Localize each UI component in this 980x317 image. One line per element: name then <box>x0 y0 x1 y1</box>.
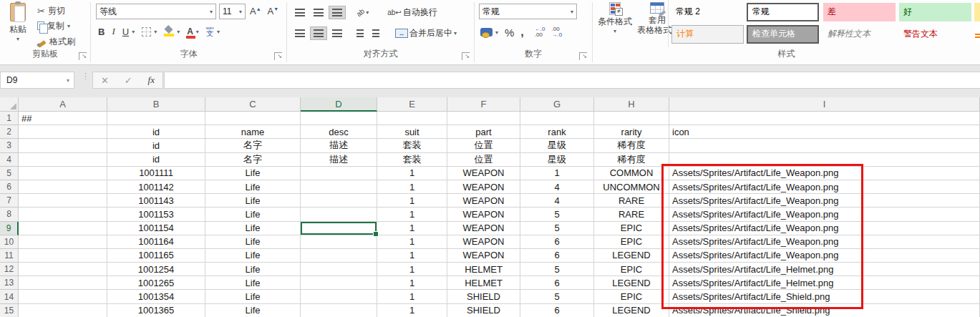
row-header-12[interactable]: 12 <box>0 263 19 276</box>
row-header-14[interactable]: 14 <box>0 290 19 303</box>
cell-B6[interactable]: 1001142 <box>107 180 205 194</box>
cell-G11[interactable]: 6 <box>520 249 594 263</box>
cell-D7[interactable] <box>301 194 377 208</box>
row-header-8[interactable]: 8 <box>0 208 19 221</box>
column-header-G[interactable]: G <box>520 97 594 112</box>
row-header-1[interactable]: 1 <box>0 112 19 125</box>
cell-H1[interactable] <box>594 112 669 125</box>
cell-A3[interactable] <box>19 139 107 152</box>
cell-D14[interactable] <box>301 290 377 303</box>
cell-C10[interactable]: Life <box>205 235 301 249</box>
cell-C3[interactable]: 名字 <box>205 139 301 152</box>
comma-style-button[interactable]: , <box>520 26 523 39</box>
cell-E2[interactable]: suit <box>377 125 447 139</box>
cell-A1[interactable]: ## <box>19 112 107 125</box>
cell-C5[interactable]: Life <box>205 167 301 180</box>
cell-E6[interactable]: 1 <box>377 180 447 194</box>
cell-A5[interactable] <box>19 167 107 180</box>
cell-F14[interactable]: SHIELD <box>447 290 520 303</box>
cell-A15[interactable] <box>19 304 107 317</box>
cell-D6[interactable] <box>301 180 377 194</box>
accounting-dropdown[interactable]: ▾ <box>495 29 498 36</box>
cell-E7[interactable]: 1 <box>377 194 447 208</box>
row-header-3[interactable]: 3 <box>0 139 19 152</box>
cell-D1[interactable] <box>301 112 377 125</box>
insert-function-button[interactable]: fx <box>148 74 155 86</box>
cell-G8[interactable]: 5 <box>520 208 594 221</box>
cell-G14[interactable]: 5 <box>520 290 594 303</box>
conditional-formatting-button[interactable]: 条件格式 ▾ <box>596 2 634 36</box>
row-header-4[interactable]: 4 <box>0 153 19 167</box>
font-name-combobox[interactable]: 等线 ▾ <box>96 4 216 19</box>
cell-E3[interactable]: 套装 <box>377 139 447 152</box>
row-header-15[interactable]: 15 <box>0 304 19 317</box>
cell-style-neutral-partial[interactable] <box>974 3 980 21</box>
cut-button[interactable]: ✂ 剪切 <box>37 4 65 17</box>
borders-dropdown[interactable]: ▾ <box>154 29 157 35</box>
cell-A8[interactable] <box>19 208 107 221</box>
cell-A4[interactable] <box>19 153 107 167</box>
cell-H3[interactable]: 稀有度 <box>594 139 669 152</box>
cell-H12[interactable]: EPIC <box>594 263 669 276</box>
column-header-F[interactable]: F <box>447 97 520 112</box>
cell-E12[interactable]: 1 <box>377 263 447 276</box>
decrease-indent-button[interactable] <box>353 26 367 40</box>
increase-decimal-button[interactable]: ←.0 .00 <box>535 26 545 38</box>
cell-G12[interactable]: 5 <box>520 263 594 276</box>
clipboard-dialog-launcher[interactable]: ↘ <box>79 52 87 60</box>
cell-E10[interactable]: 1 <box>377 235 447 249</box>
cell-A9[interactable] <box>19 222 107 235</box>
cell-C14[interactable]: Life <box>205 290 301 303</box>
cell-B13[interactable]: 1001265 <box>107 276 205 290</box>
cell-H11[interactable]: LEGEND <box>594 249 669 263</box>
cell-A2[interactable] <box>19 125 107 139</box>
row-header-11[interactable]: 11 <box>0 249 19 263</box>
row-header-10[interactable]: 10 <box>0 235 19 249</box>
row-header-7[interactable]: 7 <box>0 194 19 208</box>
phonetic-guide-button[interactable]: wén 文 <box>206 26 214 37</box>
align-top-button[interactable] <box>291 6 309 19</box>
cell-G2[interactable]: rank <box>520 125 594 139</box>
cell-B4[interactable]: id <box>107 153 205 167</box>
cell-H5[interactable]: COMMON <box>594 167 669 180</box>
cell-E13[interactable]: 1 <box>377 276 447 290</box>
select-all-corner[interactable] <box>0 97 19 112</box>
cell-F7[interactable]: WEAPON <box>447 194 520 208</box>
cell-H9[interactable]: EPIC <box>594 222 669 235</box>
fill-color-button[interactable] <box>164 26 174 36</box>
align-right-button[interactable] <box>329 26 346 40</box>
cell-F2[interactable]: part <box>447 125 520 139</box>
increase-font-size-button[interactable]: A▲ <box>250 6 261 16</box>
row-header-13[interactable]: 13 <box>0 276 19 290</box>
cell-B15[interactable]: 1001365 <box>107 304 205 317</box>
cell-A14[interactable] <box>19 290 107 303</box>
column-header-H[interactable]: H <box>594 97 669 112</box>
alignment-dialog-launcher[interactable]: ↘ <box>462 52 470 60</box>
cell-D2[interactable]: desc <box>301 125 377 139</box>
cell-G9[interactable]: 5 <box>520 222 594 235</box>
increase-indent-button[interactable] <box>369 26 383 40</box>
fill-color-dropdown[interactable]: ▾ <box>177 29 180 35</box>
cell-H2[interactable]: rarity <box>594 125 669 139</box>
cell-I2[interactable]: icon <box>669 125 980 139</box>
cell-G7[interactable]: 4 <box>520 194 594 208</box>
cell-style-linked-partial[interactable] <box>974 25 980 44</box>
cell-G5[interactable]: 1 <box>520 167 594 180</box>
cell-E1[interactable] <box>377 112 447 125</box>
paste-button[interactable]: 粘贴 ▾ <box>4 3 32 47</box>
cell-C4[interactable]: 名字 <box>205 153 301 167</box>
align-center-button[interactable] <box>310 26 327 40</box>
wrap-text-button[interactable]: ab↩ 自动换行 <box>384 4 441 21</box>
cell-H14[interactable]: EPIC <box>594 290 669 303</box>
cell-B12[interactable]: 1001254 <box>107 263 205 276</box>
orientation-button[interactable]: ab▾ <box>353 6 372 19</box>
accounting-format-button[interactable] <box>480 28 493 36</box>
merge-center-button[interactable]: ↔ 合并后居中 ▾ <box>392 24 460 42</box>
cell-B5[interactable]: 1001111 <box>107 167 205 180</box>
cell-C9[interactable]: Life <box>205 222 301 235</box>
cell-C1[interactable] <box>205 112 301 125</box>
italic-button[interactable]: I <box>112 26 115 37</box>
cell-F6[interactable]: WEAPON <box>447 180 520 194</box>
row-header-2[interactable]: 2 <box>0 125 19 139</box>
cell-A7[interactable] <box>19 194 107 208</box>
